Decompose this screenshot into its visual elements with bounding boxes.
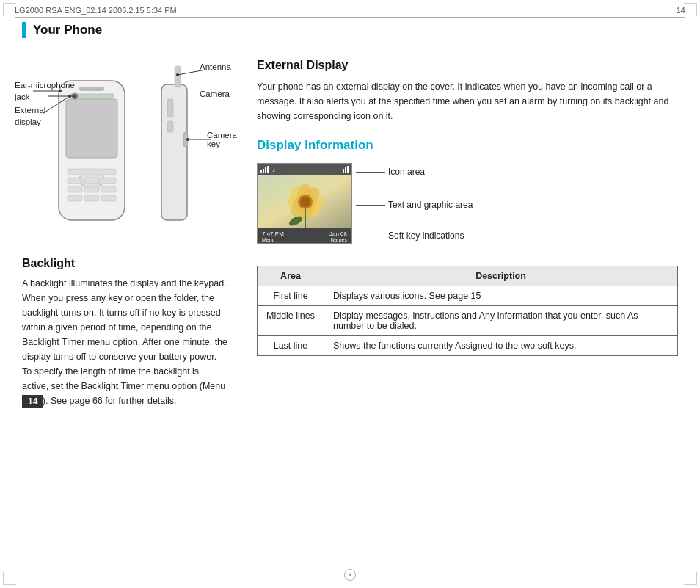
signal-bars-icon xyxy=(260,166,269,173)
right-column: External Display Your phone has an exter… xyxy=(257,59,678,408)
screen-left-text: 7:47 PM Menu xyxy=(262,230,284,242)
softkey-label-container: Soft key indications xyxy=(356,231,464,241)
backlight-text: A backlight illuminates the display and … xyxy=(22,276,227,408)
screen-icon-bar: ♪ xyxy=(258,164,351,175)
section-title: Your Phone xyxy=(22,22,678,38)
table-body: First line Displays various icons. See p… xyxy=(258,286,678,356)
label-camera-key: Camera key xyxy=(207,131,249,148)
area-middle-lines: Middle lines xyxy=(258,306,324,336)
reg-mark-bl xyxy=(3,572,16,585)
desc-middle-lines: Display messages, instructions and Any i… xyxy=(324,306,678,336)
page-container: LG2000 RSA ENG_02.14 2006.2.15 5:34 PM 1… xyxy=(0,0,700,588)
svg-rect-6 xyxy=(84,178,99,184)
svg-rect-8 xyxy=(68,186,82,192)
table-row: First line Displays various icons. See p… xyxy=(258,286,678,306)
svg-rect-14 xyxy=(79,87,104,91)
area-last-line: Last line xyxy=(258,336,324,356)
area-first-line: First line xyxy=(258,286,324,306)
screen-main-area xyxy=(258,175,352,228)
svg-rect-11 xyxy=(68,195,82,201)
text-area-line xyxy=(356,205,385,206)
softkey-label: Soft key indications xyxy=(388,231,464,241)
center-mark-bottom xyxy=(344,569,356,581)
ext-display-text: Your phone has an external display on th… xyxy=(257,79,678,123)
desc-first-line: Displays various icons. See page 15 xyxy=(324,286,678,306)
page-number: 14 xyxy=(22,395,43,408)
label-ear-mic: Ear-microphone jack xyxy=(15,79,75,103)
battery-icon xyxy=(343,166,349,173)
screen-right-text: Jan 08 Names xyxy=(329,230,347,242)
svg-rect-20 xyxy=(167,121,173,132)
section-title-bar xyxy=(22,22,26,38)
icon-area-label: Icon area xyxy=(388,167,425,177)
backlight-title: Backlight xyxy=(22,257,227,270)
bar4 xyxy=(267,166,269,173)
bar3 xyxy=(265,167,266,173)
batt1 xyxy=(343,169,344,173)
header-page: 14 xyxy=(677,6,685,15)
bar1 xyxy=(260,170,262,173)
screen-mockup-container: ♪ xyxy=(257,163,433,251)
batt3 xyxy=(347,166,349,173)
col-header-description: Description xyxy=(324,266,678,286)
table-header-row: Area Description xyxy=(258,266,678,286)
backlight-section: Backlight A backlight illuminates the di… xyxy=(22,257,227,408)
svg-rect-7 xyxy=(101,178,116,184)
svg-point-38 xyxy=(300,197,310,207)
desc-last-line: Shows the functions currently Assigned t… xyxy=(324,336,678,356)
label-external-display: External display xyxy=(15,104,45,128)
svg-point-31 xyxy=(186,138,189,141)
section-title-text: Your Phone xyxy=(33,23,102,37)
svg-rect-12 xyxy=(84,195,99,201)
flower-graphic xyxy=(258,175,352,228)
svg-point-26 xyxy=(176,73,179,76)
label-antenna: Antenna xyxy=(200,62,231,71)
phone-screen-mock: ♪ xyxy=(257,163,352,244)
reg-mark-br xyxy=(684,572,697,585)
svg-rect-18 xyxy=(161,84,187,220)
header-text: LG2000 RSA ENG_02.14 2006.2.15 5:34 PM xyxy=(15,6,177,15)
left-column: LG xyxy=(22,59,227,408)
table-row: Middle lines Display messages, instructi… xyxy=(258,306,678,336)
batt2 xyxy=(345,167,346,173)
text-area-label-container: Text and graphic area xyxy=(356,200,473,210)
svg-rect-10 xyxy=(101,186,116,192)
screen-bottom-bar: 7:47 PM Menu Jan 08 Names xyxy=(258,228,351,243)
phone-diagram: LG xyxy=(15,59,249,250)
header-bar: LG2000 RSA ENG_02.14 2006.2.15 5:34 PM 1… xyxy=(15,6,685,18)
svg-rect-1 xyxy=(66,99,117,158)
svg-rect-4 xyxy=(68,169,116,175)
main-content: Your Phone LG xyxy=(22,22,678,566)
bar2 xyxy=(263,169,264,173)
table-row: Last line Shows the functions currently … xyxy=(258,336,678,356)
softkey-line xyxy=(356,236,385,236)
svg-rect-5 xyxy=(68,178,82,184)
text-area-label: Text and graphic area xyxy=(388,200,473,210)
ext-display-title: External Display xyxy=(257,59,678,72)
two-col-layout: LG xyxy=(22,59,678,408)
reg-mark-tr xyxy=(684,3,697,16)
svg-rect-13 xyxy=(101,195,116,201)
col-header-area: Area xyxy=(258,266,324,286)
table-header: Area Description xyxy=(258,266,678,286)
display-info-area: ♪ xyxy=(257,163,678,251)
icon-area-label-container: Icon area xyxy=(356,167,425,177)
display-info-title: Display Information xyxy=(257,138,678,153)
svg-rect-19 xyxy=(167,99,173,117)
note-icon: ♪ xyxy=(272,166,276,173)
display-info-table: Area Description First line Displays var… xyxy=(257,266,678,356)
svg-rect-9 xyxy=(84,186,99,192)
icon-area-line xyxy=(356,172,385,173)
label-camera: Camera xyxy=(200,90,230,98)
